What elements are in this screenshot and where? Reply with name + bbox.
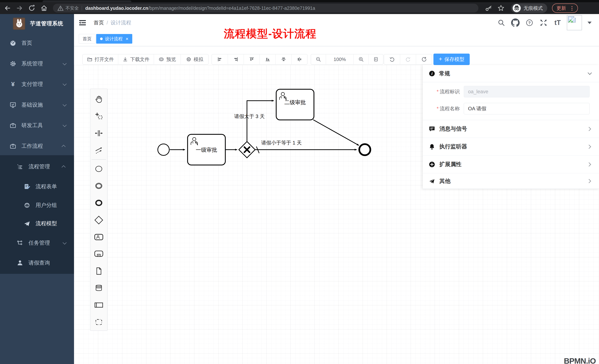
- github-icon[interactable]: [511, 18, 520, 27]
- sidebar-item-label: 任务管理: [28, 239, 63, 247]
- open-file-button[interactable]: 打开文件: [83, 54, 118, 64]
- download-file-button[interactable]: 下载文件: [118, 54, 154, 64]
- general-section-header[interactable]: i 常规: [423, 65, 599, 82]
- align-button-group: [212, 54, 308, 65]
- align-center-vertical-button[interactable]: [291, 54, 307, 64]
- chevron-down-icon: [63, 82, 67, 86]
- back-icon[interactable]: [3, 3, 12, 13]
- section-label: 扩展属性: [439, 161, 462, 168]
- breadcrumb-home[interactable]: 首页: [94, 19, 104, 26]
- app-logo: [13, 17, 25, 30]
- reload-icon[interactable]: [27, 3, 37, 13]
- bookmark-star-icon[interactable]: [496, 3, 506, 13]
- sidebar-item-label: 工作流程: [21, 143, 63, 150]
- sidebar-fold-icon[interactable]: [78, 18, 87, 27]
- zoom-level-label: 100%: [334, 57, 346, 62]
- align-bottom-button[interactable]: [260, 54, 275, 64]
- breadcrumb-separator: /: [106, 20, 108, 26]
- sidebar-item-payment[interactable]: ¥ 支付管理: [0, 74, 74, 95]
- avatar-caret-icon[interactable]: [588, 22, 592, 24]
- person-icon: [16, 260, 24, 266]
- sidebar-item-infra[interactable]: 基础设施: [0, 95, 74, 115]
- url-path[interactable]: /bpm/manager/model/design?modelId=e4a1a1…: [148, 6, 315, 11]
- url-bar[interactable]: 不安全 dashboard.yudao.iocoder.cn/bpm/manag…: [53, 4, 478, 13]
- help-icon[interactable]: ?: [525, 18, 534, 27]
- yen-icon: ¥: [9, 81, 17, 88]
- section-other[interactable]: 其他: [423, 173, 599, 189]
- flow-label-gt-3-days[interactable]: 请假大于 3 天: [234, 114, 265, 119]
- chevron-right-icon: [587, 127, 591, 131]
- redo-button[interactable]: [400, 54, 416, 64]
- bpmn-io-logo[interactable]: BPMN.iO: [564, 357, 596, 364]
- fullscreen-icon[interactable]: [539, 18, 548, 27]
- user-task-level2[interactable]: 二级审批: [276, 89, 314, 120]
- forward-icon[interactable]: [15, 3, 24, 13]
- end-event[interactable]: [359, 144, 370, 155]
- sidebar-item-process-form[interactable]: 流程表单: [0, 176, 74, 197]
- undo-button[interactable]: [384, 54, 400, 64]
- app: 芋道管理系统 首页 系统管理 ¥ 支付管理 基础设施: [0, 14, 599, 364]
- sidebar-item-label: 流程管理: [28, 163, 63, 170]
- align-top-button[interactable]: [244, 54, 260, 64]
- start-event[interactable]: [158, 144, 169, 155]
- sidebar-item-process-model[interactable]: 流程模型: [0, 213, 74, 234]
- font-size-icon[interactable]: tT: [553, 18, 562, 27]
- flow-label-le-1-day[interactable]: 请假小于等于 1 天: [261, 140, 302, 146]
- align-left-button[interactable]: [212, 54, 228, 64]
- password-key-icon[interactable]: [484, 3, 493, 13]
- sidebar-item-label: 请假查询: [28, 259, 74, 267]
- chevron-down-icon[interactable]: [588, 71, 592, 75]
- update-button[interactable]: 更新 ⋮: [552, 3, 578, 13]
- save-model-button[interactable]: + 保存模型: [433, 54, 470, 65]
- security-label[interactable]: 不安全: [65, 5, 79, 11]
- sidebar-item-devtools[interactable]: 研发工具: [0, 115, 74, 136]
- sidebar-item-leave-query[interactable]: 请假查询: [0, 253, 74, 273]
- sidebar-item-workflow[interactable]: 工作流程: [0, 136, 74, 156]
- tag-design-process[interactable]: 设计流程 ×: [96, 34, 132, 44]
- home-icon[interactable]: [39, 3, 49, 13]
- section-extended-attributes[interactable]: 扩展属性: [423, 156, 599, 173]
- align-right-button[interactable]: [228, 54, 244, 64]
- section-message-signal[interactable]: 消息与信号: [423, 120, 599, 138]
- tag-label: 设计流程: [105, 36, 123, 42]
- section-execution-listener[interactable]: 执行监听器: [423, 138, 599, 156]
- browser-active-tab[interactable]: [43, 0, 131, 2]
- sidebar-item-home[interactable]: 首页: [0, 33, 74, 53]
- avatar[interactable]: [567, 15, 582, 30]
- sidebar-item-task-mgmt[interactable]: 任务管理: [0, 233, 74, 253]
- simulate-button[interactable]: 模拟: [181, 54, 208, 64]
- sidebar-logo-row[interactable]: 芋道管理系统: [0, 14, 74, 33]
- tag-home[interactable]: 首页: [79, 34, 96, 44]
- download-file-label: 下载文件: [130, 56, 150, 63]
- zoom-in-button[interactable]: [353, 54, 368, 64]
- close-icon[interactable]: ×: [126, 36, 128, 42]
- browser-tab-strip[interactable]: [0, 0, 599, 2]
- sidebar-item-system[interactable]: 系统管理: [0, 53, 74, 74]
- zoom-level[interactable]: 100%: [326, 54, 353, 64]
- exclusive-gateway[interactable]: [239, 142, 255, 158]
- flow-task2-to-end[interactable]: [313, 120, 359, 145]
- sidebar-item-user-group[interactable]: 用户分组: [0, 195, 74, 216]
- message-icon: [429, 126, 435, 132]
- preview-button[interactable]: 预览: [154, 54, 181, 64]
- broken-image-icon: [568, 16, 576, 23]
- sidebar-item-label: 研发工具: [21, 122, 63, 129]
- search-icon[interactable]: [496, 18, 506, 27]
- process-name-input[interactable]: [464, 103, 590, 114]
- open-file-label: 打开文件: [95, 56, 114, 63]
- bell-icon: [429, 143, 435, 150]
- not-secure-warning-icon: [57, 5, 64, 11]
- zoom-out-button[interactable]: [311, 54, 326, 64]
- user-task-level1[interactable]: 一级审批: [188, 134, 225, 165]
- url-host[interactable]: dashboard.yudao.iocoder.cn: [85, 6, 148, 11]
- process-key-input[interactable]: [464, 86, 590, 97]
- align-center-horizontal-button[interactable]: [275, 54, 291, 64]
- flow-gateway-to-task2[interactable]: [247, 101, 274, 142]
- zoom-reset-button[interactable]: [368, 54, 383, 64]
- simulate-label: 模拟: [194, 56, 203, 63]
- refresh-button[interactable]: [416, 54, 432, 64]
- process-name-field-row: *流程名称: [423, 103, 599, 114]
- browser-menu-icon[interactable]: ⋮: [569, 5, 575, 11]
- sidebar-item-process-mgmt[interactable]: 流程管理: [0, 156, 74, 177]
- general-section-title: 常规: [439, 70, 450, 77]
